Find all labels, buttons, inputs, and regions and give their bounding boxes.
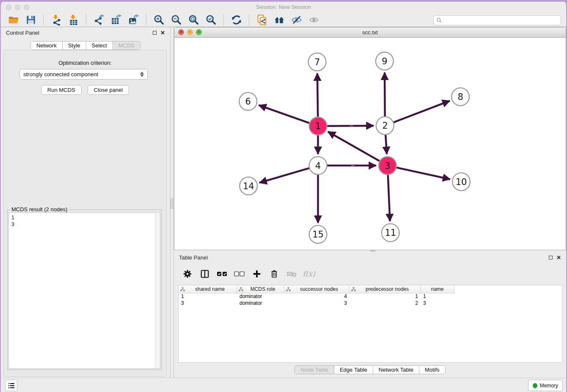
graph-node-6[interactable]: 6 <box>239 92 257 110</box>
empty-boxes-icon <box>234 270 245 278</box>
tab-edge-table[interactable]: Edge Table <box>334 366 373 374</box>
tab-style[interactable]: Style <box>62 41 86 50</box>
graph-node-3[interactable]: 3 <box>379 157 396 174</box>
export-image-button[interactable] <box>128 14 139 25</box>
app-window: Session: New Session Control <box>1 2 566 392</box>
float-panel-button[interactable] <box>153 31 157 35</box>
graph-node-1[interactable]: 1 <box>309 117 327 135</box>
graph-node-14[interactable]: 14 <box>239 177 257 195</box>
new-network-from-selection-button[interactable] <box>256 14 267 25</box>
checked-boxes-icon <box>217 270 228 278</box>
tab-select[interactable]: Select <box>86 41 113 50</box>
delete-column-button[interactable] <box>268 268 280 280</box>
network-graph[interactable]: 7968124314101511 <box>174 38 566 250</box>
zoom-in-button[interactable] <box>153 14 165 25</box>
table-cell-mcds_role[interactable]: dominator <box>237 293 284 300</box>
import-network-icon <box>51 14 62 25</box>
column-header-MCDS-role[interactable]: MCDS role <box>237 285 284 293</box>
delete-table-icon <box>286 270 297 278</box>
close-panel-icon[interactable]: ✕ <box>160 31 165 35</box>
panel-mode-button[interactable] <box>199 268 211 280</box>
graph-node-4[interactable]: 4 <box>309 157 327 174</box>
memory-button[interactable]: Memory <box>528 380 563 391</box>
horizontal-splitter[interactable] <box>174 250 566 252</box>
zoom-out-button[interactable] <box>171 14 182 25</box>
add-column-button[interactable] <box>251 268 263 280</box>
run-mcds-button[interactable]: Run MCDS <box>41 85 82 95</box>
zoom-fit-button[interactable] <box>188 14 199 25</box>
houses-icon <box>274 14 285 25</box>
graph-node-2[interactable]: 2 <box>376 117 394 135</box>
close-table-panel-icon[interactable]: ✕ <box>556 256 561 259</box>
vertical-splitter[interactable] <box>170 27 174 378</box>
criterion-select[interactable]: strongly connected component <box>19 69 148 80</box>
table-row[interactable]: 1dominator411 <box>179 293 562 300</box>
deselect-all-rows-button[interactable] <box>234 268 245 280</box>
hide-selected-button[interactable] <box>291 14 302 25</box>
open-session-button[interactable] <box>8 14 19 25</box>
graph-node-label: 8 <box>457 92 463 102</box>
graph-edge-1-6[interactable] <box>259 105 318 126</box>
search-field[interactable] <box>433 15 561 25</box>
apply-preferred-layout-button[interactable] <box>231 14 242 25</box>
export-network-button[interactable] <box>93 14 105 25</box>
table-cell-name[interactable]: 1 <box>421 293 454 300</box>
column-settings-button[interactable] <box>182 268 193 280</box>
table-cell-successor_nodes[interactable]: 3 <box>284 300 350 307</box>
import-table-button[interactable] <box>68 14 79 25</box>
graph-node-11[interactable]: 11 <box>382 224 399 242</box>
mcds-result-text[interactable]: 13 <box>8 213 160 369</box>
status-bar: Memory <box>1 378 566 392</box>
tab-mcds[interactable]: MCDS <box>113 41 140 50</box>
graph-node-label: 11 <box>385 228 396 238</box>
task-history-button[interactable] <box>5 380 17 391</box>
table-cell-shared_name[interactable]: 3 <box>179 300 237 307</box>
close-panel-button[interactable]: Close panel <box>88 85 129 95</box>
import-network-button[interactable] <box>50 14 62 25</box>
table-cell-name[interactable]: 3 <box>421 300 454 307</box>
table-cell-successor_nodes[interactable]: 4 <box>284 293 350 300</box>
tab-node-table[interactable]: Node Table <box>295 366 334 374</box>
table-row[interactable]: 3dominator323 <box>179 300 562 307</box>
graph-edge-3-1[interactable] <box>328 132 388 166</box>
graph-node-9[interactable]: 9 <box>376 52 394 70</box>
graph-node-label: 10 <box>456 177 467 187</box>
graph-edge-3-10[interactable] <box>388 166 450 179</box>
column-header-name[interactable]: name <box>421 285 454 293</box>
network-canvas[interactable]: 7968124314101511 <box>174 38 566 250</box>
tab-network-table[interactable]: Network Table <box>373 366 419 374</box>
first-neighbors-button[interactable] <box>273 14 285 25</box>
graph-edge-2-8[interactable] <box>385 101 450 126</box>
column-header-successor-nodes[interactable]: successor nodes <box>284 285 350 293</box>
table-cell-mcds_role[interactable]: dominator <box>237 300 284 307</box>
tab-network[interactable]: Network <box>31 41 62 50</box>
graph-node-label: 15 <box>312 229 324 240</box>
tab-motifs[interactable]: Motifs <box>419 366 445 374</box>
splitter-handle[interactable] <box>171 199 173 209</box>
function-builder-button[interactable]: f(x) <box>303 268 315 280</box>
column-header-shared-name[interactable]: shared name <box>179 285 237 293</box>
show-all-button[interactable] <box>308 14 319 25</box>
graph-node-15[interactable]: 15 <box>309 226 327 243</box>
splitter-handle[interactable] <box>370 250 375 252</box>
graph-node-7[interactable]: 7 <box>308 53 326 71</box>
network-close-button[interactable]: ✕ <box>178 29 184 35</box>
graph-node-10[interactable]: 10 <box>452 173 470 190</box>
table-cell-predecessor_nodes[interactable]: 2 <box>350 300 421 307</box>
graph-node-8[interactable]: 8 <box>451 88 469 105</box>
zoom-selected-button[interactable] <box>205 14 217 25</box>
save-session-button[interactable] <box>25 14 36 25</box>
result-scrollbar[interactable] <box>155 213 160 368</box>
column-header-predecessor-nodes[interactable]: predecessor nodes <box>350 285 421 293</box>
table-cell-predecessor_nodes[interactable]: 1 <box>350 293 421 300</box>
float-table-panel-button[interactable] <box>549 256 553 259</box>
sort-icon <box>286 287 291 292</box>
select-all-rows-button[interactable] <box>216 268 228 280</box>
export-table-button[interactable] <box>110 14 122 25</box>
network-maximize-button[interactable]: + <box>196 29 202 35</box>
table-cell-shared_name[interactable]: 1 <box>179 293 237 300</box>
delete-table-button[interactable] <box>286 268 297 280</box>
search-input[interactable] <box>444 17 558 24</box>
network-minimize-button[interactable]: − <box>187 29 193 35</box>
refresh-icon <box>231 14 242 25</box>
